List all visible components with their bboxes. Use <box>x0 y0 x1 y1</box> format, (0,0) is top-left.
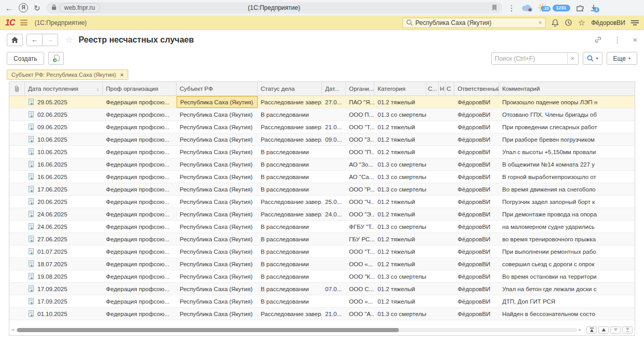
go-first-row-button[interactable] <box>586 326 597 334</box>
cell-comment[interactable]: При демонтаже провода на опора <box>499 208 635 220</box>
column-header[interactable]: Ответственный <box>454 82 499 95</box>
cell-subject[interactable]: Республика Саха (Якутия) <box>177 308 258 320</box>
cell-c1[interactable] <box>426 121 439 133</box>
table-row[interactable]: 17.09.2025Федерация профсою...Республика… <box>9 283 635 295</box>
cell-date2[interactable]: 07.0... <box>322 283 346 295</box>
nav-forward-button[interactable]: → <box>42 34 58 46</box>
table-row[interactable]: 24.06.2025Федерация профсою...Республика… <box>9 221 635 233</box>
cell-responsible[interactable]: ФёдоровВИ <box>454 283 499 295</box>
cell-subject[interactable]: Республика Саха (Якутия) <box>177 108 258 120</box>
cell-comment[interactable]: совершил сьезд с дороги с опрок <box>499 258 635 270</box>
cell-attach[interactable] <box>9 146 25 158</box>
cell-responsible[interactable]: ФёдоровВИ <box>454 121 499 133</box>
cell-c3[interactable] <box>446 283 454 295</box>
cell-date[interactable]: 17.09.2025 <box>25 283 103 295</box>
cell-attach[interactable] <box>9 133 25 145</box>
cell-c3[interactable] <box>446 308 454 320</box>
get-link-icon[interactable] <box>594 36 602 44</box>
table-search-input[interactable] <box>492 55 567 62</box>
cell-responsible[interactable]: ФёдоровВИ <box>454 295 499 307</box>
filter-chip[interactable]: Субъект РФ: Республика Саха (Якутия) × <box>7 70 128 80</box>
cell-attach[interactable] <box>9 196 25 208</box>
cell-subject[interactable]: Республика Саха (Якутия) <box>177 233 258 245</box>
close-form-icon[interactable]: × <box>633 36 637 44</box>
column-header-attachments[interactable] <box>9 82 25 95</box>
cell-comment[interactable]: При разборе бревен погрузчиком <box>499 133 635 145</box>
favorites-star-icon[interactable]: ☆ <box>578 19 585 27</box>
cell-c3[interactable] <box>446 183 454 195</box>
cell-org[interactable]: Федерация профсою... <box>103 208 177 220</box>
cell-date[interactable]: 16.06.2025 <box>25 158 103 170</box>
cell-date[interactable]: 01.10.2025 <box>25 308 103 320</box>
cell-subject[interactable]: Республика Саха (Якутия) <box>177 121 258 133</box>
cell-org[interactable]: Федерация профсою... <box>103 233 177 245</box>
service-menu-icon[interactable] <box>631 20 639 26</box>
cell-category[interactable]: 01.2 тяжелый <box>374 233 426 245</box>
browser-menu-icon[interactable]: ⋮ <box>508 4 516 12</box>
table-row[interactable]: 29.05.2025Федерация профсою...Республика… <box>9 96 635 108</box>
cell-date[interactable]: 17.06.2025 <box>25 183 103 195</box>
cell-date[interactable]: 24.06.2025 <box>25 221 103 232</box>
cell-category[interactable]: 01.2 тяжелый <box>374 96 426 108</box>
cell-status[interactable]: В расследовании <box>258 158 322 170</box>
cell-date2[interactable] <box>322 171 346 183</box>
cell-c2[interactable] <box>439 196 446 208</box>
cell-subject[interactable]: Республика Саха (Якутия) <box>177 158 258 170</box>
cell-c1[interactable] <box>426 308 439 320</box>
cell-subject[interactable]: Республика Саха (Якутия) <box>177 283 258 295</box>
browser-refresh-icon[interactable]: ↻ <box>34 4 41 12</box>
cell-comment[interactable]: во время тренировочного прыжка <box>499 233 635 245</box>
cell-date[interactable]: 09.06.2025 <box>25 121 103 133</box>
cell-comment[interactable]: Во время движения на снегоболо <box>499 183 635 195</box>
cell-c3[interactable] <box>446 221 454 232</box>
cell-company[interactable]: ООО «... <box>346 258 374 270</box>
cell-company[interactable]: АО "Зо... <box>346 158 374 170</box>
horizontal-scrollbar[interactable] <box>16 328 578 332</box>
cell-status[interactable]: В расследовании <box>258 245 322 257</box>
table-search-clear-icon[interactable]: × <box>567 53 578 64</box>
cell-c3[interactable] <box>446 158 454 170</box>
table-row[interactable]: 02.06.2025Федерация профсою...Республика… <box>9 108 635 121</box>
cell-date[interactable]: 16.06.2025 <box>25 171 103 183</box>
cell-responsible[interactable]: ФёдоровВИ <box>454 270 499 282</box>
cell-date[interactable]: 19.08.2025 <box>25 270 103 282</box>
cell-c3[interactable] <box>446 270 454 282</box>
column-header[interactable]: Комментарий <box>499 82 635 95</box>
cell-comment[interactable]: Найден в бессознательном состо <box>499 308 635 320</box>
cell-subject[interactable]: Республика Саха (Якутия) <box>177 208 258 220</box>
extensions-icon[interactable] <box>576 4 584 12</box>
previous-row-button[interactable] <box>598 326 609 334</box>
table-row[interactable]: 01.10.2025Федерация профсою...Республика… <box>9 308 635 320</box>
history-icon[interactable] <box>565 19 572 26</box>
search-menu-button[interactable]: ▾ <box>583 52 602 65</box>
cell-subject[interactable]: Республика Саха (Якутия) <box>177 196 258 208</box>
cell-subject[interactable]: Республика Саха (Якутия) <box>177 245 258 257</box>
cell-c1[interactable] <box>426 108 439 120</box>
cell-category[interactable]: 01.2 тяжелый <box>374 283 426 295</box>
table-row[interactable]: 10.06.2025Федерация профсою...Республика… <box>9 133 635 146</box>
cell-date2[interactable] <box>322 146 346 158</box>
cell-org[interactable]: Федерация профсою... <box>103 270 177 282</box>
cell-category[interactable]: 01.2 тяжелый <box>374 208 426 220</box>
form-menu-icon[interactable]: ⋮ <box>613 36 621 44</box>
table-row[interactable]: 10.06.2025Федерация профсою...Республика… <box>9 146 635 158</box>
more-button[interactable]: Еще▾ <box>607 52 637 65</box>
browser-back-icon[interactable]: ← <box>5 4 13 12</box>
home-button[interactable] <box>7 34 23 46</box>
table-row[interactable]: 18.07.2025Федерация профсою...Республика… <box>9 258 635 270</box>
column-header[interactable]: Проф организация <box>103 82 177 95</box>
url-text[interactable]: web.fnpr.ru <box>59 3 100 12</box>
cell-category[interactable]: 01.2 тяжелый <box>374 196 426 208</box>
table-row[interactable]: 19.08.2025Федерация профсою...Республика… <box>9 270 635 283</box>
cell-c2[interactable] <box>439 208 446 220</box>
cell-org[interactable]: Федерация профсою... <box>103 133 177 145</box>
cell-org[interactable]: Федерация профсою... <box>103 171 177 183</box>
cell-c2[interactable] <box>439 233 446 245</box>
table-row[interactable]: 24.06.2025Федерация профсою...Республика… <box>9 208 635 221</box>
cell-attach[interactable] <box>9 245 25 257</box>
cell-date[interactable]: 01.07.2025 <box>25 245 103 257</box>
cell-subject[interactable]: Республика Саха (Якутия) <box>177 183 258 195</box>
table-search[interactable]: × <box>491 52 579 65</box>
column-header[interactable]: Категория <box>374 82 426 95</box>
cell-date2[interactable]: 09.0... <box>322 133 346 145</box>
